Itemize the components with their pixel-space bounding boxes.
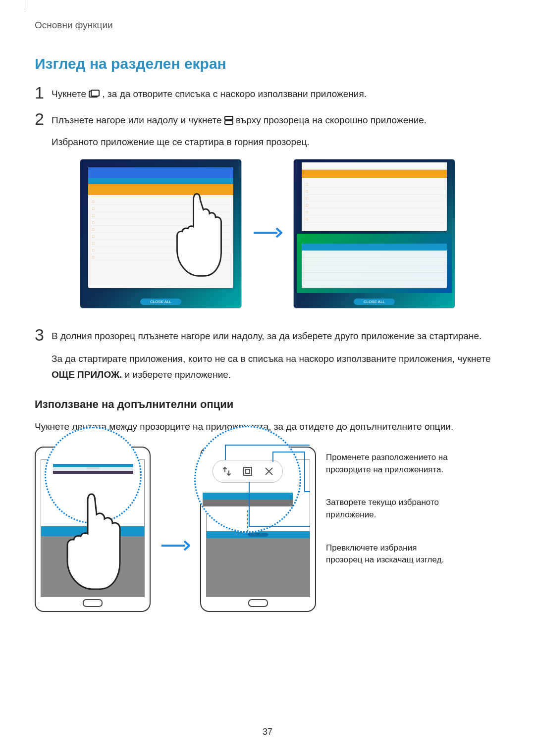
subheading: Използване на допълнителни опции [35,398,500,411]
step-number: 2 [35,110,52,127]
step1-text-before: Чукнете [52,89,89,99]
arrow-icon [253,227,282,241]
step2-line2: Избраното приложение ще се стартира в го… [52,134,500,150]
page-title: Изглед на разделен екран [35,55,500,72]
screenshot-after: CLOSE ALL [293,159,455,308]
step2-text-after: върху прозореца на скорошно приложение. [236,115,427,125]
arrow-icon [160,540,190,554]
split-screen-icon [224,114,233,130]
step2-text-before: Плъзнете нагоре или надолу и чукнете [52,115,224,125]
more-apps-label: ОЩЕ ПРИЛОЖ. [52,369,122,380]
step3-line1: В долния прозорец плъзнете нагоре или на… [52,328,500,344]
page-number: 37 [0,727,535,737]
step-number: 3 [35,326,52,343]
recent-apps-icon [89,88,100,103]
step3-line2a: За да стартирате приложения, които не са… [52,353,491,364]
figure-split-screen: CLOSE ALL [35,159,500,308]
callout-options [194,426,301,533]
screenshot-before: CLOSE ALL [80,159,242,308]
step-number: 1 [35,84,52,101]
figure-options: Променете разположението на прозорците н… [35,447,500,612]
hand-gesture-icon [64,491,124,590]
section-header: Основни функции [35,20,500,31]
svg-rect-2 [225,116,233,120]
step-3: 3 В долния прозорец плъзнете нагоре или … [35,328,500,383]
svg-rect-1 [91,90,99,96]
step-2: 2 Плъзнете нагоре или надолу и чукнете в… [35,112,500,150]
hand-gesture-icon [172,189,226,278]
step3-line2b: и изберете приложение. [125,369,231,380]
svg-rect-3 [225,121,233,124]
step1-text-after: , за да отворите списъка с наскоро изпол… [103,89,367,99]
step-1: 1 Чукнете , за да отворите списъка с нас… [35,86,500,103]
